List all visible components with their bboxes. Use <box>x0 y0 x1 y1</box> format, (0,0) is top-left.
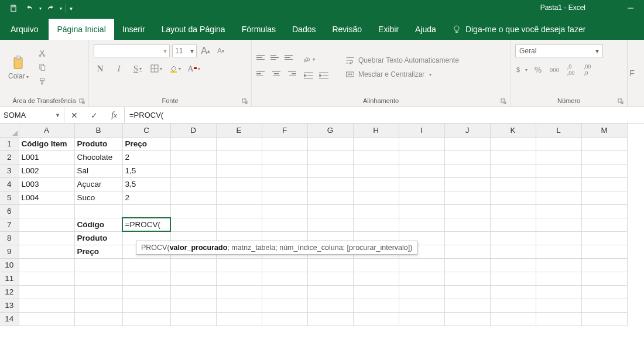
cell-M5[interactable] <box>581 191 627 204</box>
cell-F2[interactable] <box>262 150 307 164</box>
cell-J9[interactable] <box>444 245 490 258</box>
cell-M10[interactable] <box>581 258 627 272</box>
cell-B8[interactable]: Produto <box>74 231 122 245</box>
cell-K10[interactable] <box>490 258 536 272</box>
align-left-icon[interactable] <box>256 69 268 78</box>
number-format-combo[interactable]: Geral▾ <box>515 44 603 57</box>
col-header[interactable]: J <box>444 124 490 137</box>
row-header[interactable]: 3 <box>0 164 19 177</box>
cell-D13[interactable] <box>170 299 216 312</box>
align-top-icon[interactable] <box>256 53 268 62</box>
cell-E7[interactable] <box>216 218 262 231</box>
cell-A14[interactable] <box>19 312 74 326</box>
tab-view[interactable]: Exibir <box>370 19 407 40</box>
cell-G13[interactable] <box>307 299 353 312</box>
cell-K2[interactable] <box>490 150 536 164</box>
cell-J1[interactable] <box>444 137 490 150</box>
cell-B9[interactable]: Preço <box>74 245 122 258</box>
comma-format-icon[interactable]: 000 <box>548 63 561 76</box>
shrink-font-icon[interactable]: A▾ <box>214 44 227 57</box>
font-launcher-icon[interactable] <box>242 98 249 105</box>
cell-B1[interactable]: Produto <box>74 137 122 150</box>
cell-H12[interactable] <box>353 285 399 299</box>
cell-M1[interactable] <box>581 137 627 150</box>
cell-D3[interactable] <box>170 164 216 177</box>
cell-I2[interactable] <box>399 150 444 164</box>
worksheet-grid[interactable]: A B C D E F G H I J K L M 1Código ItemPr… <box>0 124 644 326</box>
col-header[interactable]: L <box>536 124 581 137</box>
cell-B10[interactable] <box>74 258 122 272</box>
accounting-format-icon[interactable]: $ <box>515 63 528 76</box>
cell-G14[interactable] <box>307 312 353 326</box>
cell-A6[interactable] <box>19 204 74 218</box>
cell-B4[interactable]: Açucar <box>74 177 122 191</box>
borders-icon[interactable] <box>150 62 163 75</box>
cell-G2[interactable] <box>307 150 353 164</box>
cell-M14[interactable] <box>581 312 627 326</box>
cell-B13[interactable] <box>74 299 122 312</box>
cell-K5[interactable] <box>490 191 536 204</box>
cell-J12[interactable] <box>444 285 490 299</box>
cell-E6[interactable] <box>216 204 262 218</box>
cell-I14[interactable] <box>399 312 444 326</box>
col-header[interactable]: I <box>399 124 444 137</box>
decrease-indent-icon[interactable] <box>302 69 315 82</box>
cell-L2[interactable] <box>536 150 581 164</box>
cell-E4[interactable] <box>216 177 262 191</box>
minimize-button[interactable] <box>617 0 644 16</box>
cell-E2[interactable] <box>216 150 262 164</box>
cell-F13[interactable] <box>262 299 307 312</box>
cell-K8[interactable] <box>490 231 536 245</box>
cell-C12[interactable] <box>122 285 170 299</box>
redo-icon[interactable] <box>43 2 58 15</box>
tab-page-layout[interactable]: Layout da Página <box>153 19 234 40</box>
cell-G3[interactable] <box>307 164 353 177</box>
cell-H6[interactable] <box>353 204 399 218</box>
cell-J4[interactable] <box>444 177 490 191</box>
cell-K6[interactable] <box>490 204 536 218</box>
cell-D12[interactable] <box>170 285 216 299</box>
col-header[interactable]: E <box>216 124 262 137</box>
cell-L7[interactable] <box>536 218 581 231</box>
cell-L9[interactable] <box>536 245 581 258</box>
cell-F10[interactable] <box>262 258 307 272</box>
cell-I3[interactable] <box>399 164 444 177</box>
cell-A1[interactable]: Código Item <box>19 137 74 150</box>
cell-M2[interactable] <box>581 150 627 164</box>
cell-H5[interactable] <box>353 191 399 204</box>
cell-D11[interactable] <box>170 272 216 285</box>
cell-F3[interactable] <box>262 164 307 177</box>
cell-F5[interactable] <box>262 191 307 204</box>
cell-B2[interactable]: Chocolate <box>74 150 122 164</box>
cell-M8[interactable] <box>581 231 627 245</box>
cell-F1[interactable] <box>262 137 307 150</box>
cell-K11[interactable] <box>490 272 536 285</box>
cell-K14[interactable] <box>490 312 536 326</box>
align-right-icon[interactable] <box>285 69 296 78</box>
number-launcher-icon[interactable] <box>618 98 625 105</box>
cell-C2[interactable]: 2 <box>122 150 170 164</box>
cell-J13[interactable] <box>444 299 490 312</box>
cell-H10[interactable] <box>353 258 399 272</box>
cell-I5[interactable] <box>399 191 444 204</box>
orientation-icon[interactable]: ab <box>302 53 315 66</box>
align-bottom-icon[interactable] <box>285 53 296 62</box>
cell-G5[interactable] <box>307 191 353 204</box>
cell-A12[interactable] <box>19 285 74 299</box>
cell-L8[interactable] <box>536 231 581 245</box>
cell-I6[interactable] <box>399 204 444 218</box>
undo-icon[interactable] <box>22 2 37 15</box>
grow-font-icon[interactable]: A▴ <box>199 44 212 57</box>
tab-help[interactable]: Ajuda <box>407 19 444 40</box>
cell-C6[interactable] <box>122 204 170 218</box>
cell-G11[interactable] <box>307 272 353 285</box>
cell-H2[interactable] <box>353 150 399 164</box>
cell-I12[interactable] <box>399 285 444 299</box>
font-size-combo[interactable]: 11▾ <box>172 44 197 57</box>
cell-M13[interactable] <box>581 299 627 312</box>
cell-K1[interactable] <box>490 137 536 150</box>
cell-D10[interactable] <box>170 258 216 272</box>
col-header[interactable]: G <box>307 124 353 137</box>
decrease-decimal-icon[interactable]: ,00,0 <box>581 63 594 76</box>
cell-C10[interactable] <box>122 258 170 272</box>
